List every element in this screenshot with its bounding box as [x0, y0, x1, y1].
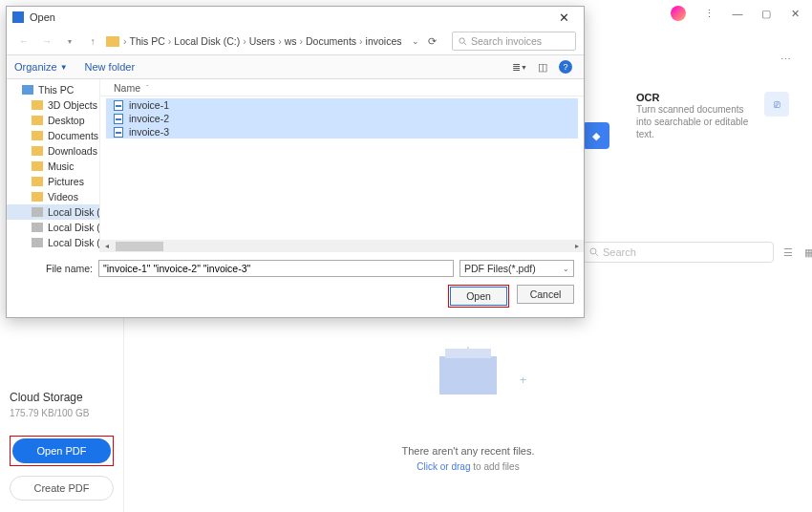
folder-icon: [32, 192, 43, 202]
pdf-file-icon: [114, 100, 123, 111]
filename-label: File name:: [16, 263, 93, 274]
dialog-search-input[interactable]: Search invoices: [452, 32, 576, 51]
new-folder-button[interactable]: New folder: [85, 61, 136, 73]
pc-icon: [22, 85, 33, 95]
tree-item-label: Documents: [48, 130, 98, 141]
dialog-footer: File name: PDF Files(*.pdf)⌄ Open Cancel: [7, 252, 584, 317]
folder-icon: [32, 146, 43, 156]
folder-icon: [32, 161, 43, 171]
help-button[interactable]: ?: [555, 58, 576, 75]
file-row[interactable]: invoice-1: [106, 98, 578, 112]
cloud-storage-title: Cloud Storage: [10, 391, 114, 404]
more-options-icon[interactable]: ⋯: [780, 53, 793, 66]
dialog-titlebar: Open ✕: [7, 7, 584, 28]
tree-item[interactable]: Documents: [7, 128, 99, 143]
create-pdf-button[interactable]: Create PDF: [10, 476, 114, 501]
dialog-close-button[interactable]: ✕: [549, 7, 578, 28]
breadcrumb-item[interactable]: Documents: [306, 35, 356, 47]
dialog-toolbar: Organize▼ New folder ≣ ▼ ◫ ?: [7, 54, 584, 79]
tree-item[interactable]: Desktop: [7, 113, 99, 128]
nav-up-icon[interactable]: ↑: [83, 35, 102, 47]
tree-item-label: Music: [48, 160, 74, 172]
folder-icon: [32, 177, 43, 186]
scroll-thumb[interactable]: [116, 242, 163, 251]
pdf-file-icon: [114, 114, 123, 124]
ocr-title: OCR: [636, 92, 757, 103]
ocr-icon: ⎚: [764, 92, 789, 117]
view-grid-icon[interactable]: ▦: [804, 246, 812, 259]
tree-item-label: Pictures: [48, 176, 84, 187]
filetype-select[interactable]: PDF Files(*.pdf)⌄: [459, 260, 574, 277]
file-name: invoice-2: [129, 113, 169, 124]
close-app-icon[interactable]: ✕: [781, 3, 808, 24]
nav-forward-icon[interactable]: →: [37, 35, 56, 47]
search-icon: [589, 247, 599, 257]
scroll-right-icon[interactable]: ▸: [570, 242, 584, 250]
sort-arrow-icon: ˆ: [146, 83, 149, 92]
preview-pane-button[interactable]: ◫: [532, 58, 553, 75]
nav-back-icon[interactable]: ←: [14, 35, 33, 47]
dialog-title-text: Open: [30, 11, 55, 23]
file-list[interactable]: invoice-1invoice-2invoice-3: [100, 96, 584, 240]
file-view: Name ˆ invoice-1invoice-2invoice-3 ◂ ▸: [100, 79, 584, 252]
folder-icon: [32, 100, 43, 110]
search-icon: [459, 37, 467, 46]
refresh-icon[interactable]: ⟳: [423, 35, 442, 47]
horizontal-scrollbar[interactable]: ◂ ▸: [100, 240, 584, 252]
minimize-icon[interactable]: —: [724, 3, 751, 24]
folder-tree[interactable]: This PC3D ObjectsDesktopDocumentsDownloa…: [7, 79, 100, 252]
profile-avatar[interactable]: [671, 6, 686, 21]
breadcrumb-item[interactable]: invoices: [366, 35, 402, 47]
tree-item[interactable]: Local Disk (C:): [7, 204, 99, 220]
dialog-nav-bar: ← → ▾ ↑ › This PC › Local Disk (C:) › Us…: [7, 28, 584, 54]
tree-item[interactable]: Local Disk (F:): [7, 250, 99, 252]
tree-item-label: Local Disk (C:): [48, 206, 100, 218]
cancel-button[interactable]: Cancel: [517, 285, 574, 304]
empty-hint-link[interactable]: Click or drag: [417, 461, 470, 472]
open-pdf-button[interactable]: Open PDF: [12, 438, 111, 463]
cloud-storage-usage: 175.79 KB/100 GB: [10, 408, 114, 418]
svg-line-3: [464, 42, 466, 44]
tree-item[interactable]: Videos: [7, 189, 99, 204]
feature-tile-icon[interactable]: ◆: [583, 122, 609, 149]
open-button[interactable]: Open: [450, 287, 507, 306]
nav-recent-dropdown-icon[interactable]: ▾: [60, 37, 79, 46]
app-menu-icon[interactable]: ⋮: [695, 3, 722, 24]
tree-item[interactable]: This PC: [7, 82, 99, 97]
organize-button[interactable]: Organize▼: [14, 61, 68, 73]
view-list-icon[interactable]: ☰: [783, 246, 793, 259]
breadcrumb-item[interactable]: Users: [249, 35, 275, 47]
tree-item-label: 3D Objects: [48, 99, 97, 111]
scroll-left-icon[interactable]: ◂: [100, 242, 114, 250]
tree-item[interactable]: Music: [7, 159, 99, 174]
folder-icon: [32, 131, 43, 140]
tree-item[interactable]: Local Disk (E:): [7, 235, 99, 250]
drive-icon: [32, 223, 43, 232]
breadcrumb-item[interactable]: Local Disk (C:): [174, 35, 240, 47]
empty-illustration: + +: [425, 356, 511, 423]
tree-item[interactable]: Downloads: [7, 143, 99, 159]
ocr-description: Turn scanned documents into searchable o…: [636, 103, 757, 140]
dialog-search-placeholder: Search invoices: [471, 35, 542, 47]
tree-item[interactable]: 3D Objects: [7, 97, 99, 113]
tree-item[interactable]: Local Disk (D:): [7, 220, 99, 235]
file-row[interactable]: invoice-3: [106, 125, 578, 139]
tree-item-label: Downloads: [48, 145, 97, 157]
tree-item-label: This PC: [38, 84, 74, 96]
svg-point-2: [459, 37, 464, 42]
breadcrumb-item[interactable]: ws: [285, 35, 297, 47]
maximize-icon[interactable]: ▢: [753, 3, 780, 24]
empty-hint: Click or drag to add files: [417, 461, 519, 472]
view-mode-button[interactable]: ≣ ▼: [509, 58, 530, 75]
empty-message: There aren't any recent files.: [401, 445, 534, 457]
svg-line-1: [596, 254, 599, 257]
tree-item[interactable]: Pictures: [7, 174, 99, 189]
filename-input[interactable]: [98, 260, 454, 277]
file-row[interactable]: invoice-2: [106, 112, 578, 125]
drive-icon: [32, 207, 43, 217]
ocr-card[interactable]: OCR Turn scanned documents into searchab…: [636, 92, 789, 140]
name-column-header[interactable]: Name ˆ: [114, 82, 267, 94]
breadcrumb-item[interactable]: This PC: [130, 35, 165, 47]
main-search-input[interactable]: Search: [583, 242, 774, 263]
address-dropdown-icon[interactable]: ⌄: [412, 36, 419, 46]
